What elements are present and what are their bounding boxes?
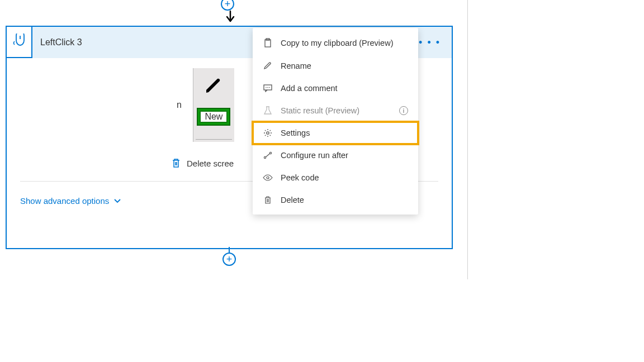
panel-right-divider <box>467 0 468 279</box>
menu-add-comment[interactable]: Add a comment <box>253 77 418 99</box>
screenshot-thumbnail[interactable]: New <box>193 68 234 142</box>
menu-label: Configure run after <box>281 151 348 160</box>
menu-settings[interactable]: Settings <box>253 122 418 144</box>
comment-icon <box>263 84 273 92</box>
clipboard-icon <box>263 38 273 48</box>
menu-configure-run-after[interactable]: Configure run after <box>253 144 418 166</box>
eye-icon <box>263 174 273 181</box>
menu-label: Static result (Preview) <box>281 106 359 115</box>
flask-icon <box>263 106 273 115</box>
branch-icon <box>263 151 273 159</box>
menu-static-result: Static result (Preview) i <box>253 99 418 122</box>
new-badge: New <box>198 109 229 125</box>
trash-icon <box>263 196 273 204</box>
menu-label: Copy to my clipboard (Preview) <box>281 39 393 47</box>
pencil-edit-icon <box>263 61 273 70</box>
mouse-click-icon <box>7 27 32 58</box>
plus-icon: + <box>222 253 236 266</box>
gear-icon <box>263 128 273 137</box>
svg-point-8 <box>269 152 271 154</box>
advanced-label: Show advanced options <box>20 196 109 206</box>
svg-point-9 <box>267 177 269 179</box>
menu-peek-code[interactable]: Peek code <box>253 166 418 189</box>
svg-point-3 <box>266 87 267 88</box>
chevron-down-icon <box>113 198 121 204</box>
svg-point-5 <box>269 87 270 88</box>
svg-point-7 <box>264 156 266 158</box>
menu-copy-to-clipboard[interactable]: Copy to my clipboard (Preview) <box>253 31 418 55</box>
menu-label: Settings <box>281 128 310 137</box>
trash-icon <box>171 158 181 169</box>
pencil-icon <box>202 74 225 97</box>
svg-rect-0 <box>265 40 271 47</box>
menu-label: Peek code <box>281 173 319 182</box>
arrow-down-icon <box>225 10 236 23</box>
menu-label: Rename <box>281 61 311 70</box>
menu-delete[interactable]: Delete <box>253 189 418 211</box>
svg-point-4 <box>267 87 268 88</box>
context-menu: Copy to my clipboard (Preview) Rename Ad… <box>253 28 418 215</box>
info-icon[interactable]: i <box>399 106 408 115</box>
add-step-bottom[interactable]: + <box>222 253 236 266</box>
plus-icon: + <box>221 0 234 11</box>
menu-rename[interactable]: Rename <box>253 55 418 77</box>
svg-point-6 <box>267 132 269 134</box>
menu-label: Add a comment <box>281 84 338 93</box>
field-label: n <box>177 100 182 110</box>
menu-label: Delete <box>281 196 304 204</box>
delete-screenshot-label: Delete scree <box>187 159 234 168</box>
